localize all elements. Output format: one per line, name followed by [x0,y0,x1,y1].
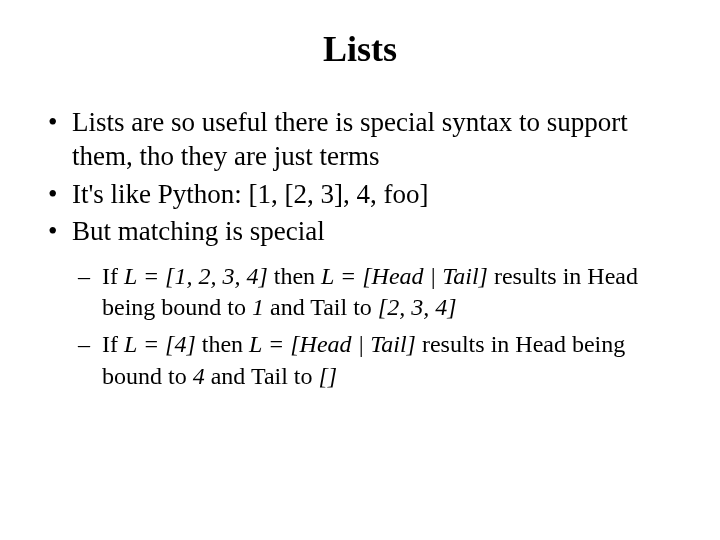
bullet-item: Lists are so useful there is special syn… [48,106,672,174]
italic-text: L = [4] [124,331,196,357]
italic-text: L = [Head | Tail] [249,331,416,357]
bullet-item: It's like Python: [1, [2, 3], 4, foo] [48,178,672,212]
italic-text: [] [319,363,338,389]
text: If [102,331,124,357]
italic-text: 1 [252,294,264,320]
text: and Tail to [264,294,378,320]
text: If [102,263,124,289]
sub-bullet-item: If L = [4] then L = [Head | Tail] result… [78,329,672,391]
sub-bullet-item: If L = [1, 2, 3, 4] then L = [Head | Tai… [78,261,672,323]
italic-text: L = [Head | Tail] [321,263,488,289]
sub-bullet-list: If L = [1, 2, 3, 4] then L = [Head | Tai… [48,261,672,392]
text: then [196,331,249,357]
text: then [268,263,321,289]
slide-title: Lists [48,28,672,70]
bullet-list: Lists are so useful there is special syn… [48,106,672,392]
italic-text: L = [1, 2, 3, 4] [124,263,268,289]
italic-text: [2, 3, 4] [378,294,457,320]
text: and Tail to [205,363,319,389]
italic-text: 4 [193,363,205,389]
slide: Lists Lists are so useful there is speci… [0,0,720,540]
bullet-item: But matching is special [48,215,672,249]
